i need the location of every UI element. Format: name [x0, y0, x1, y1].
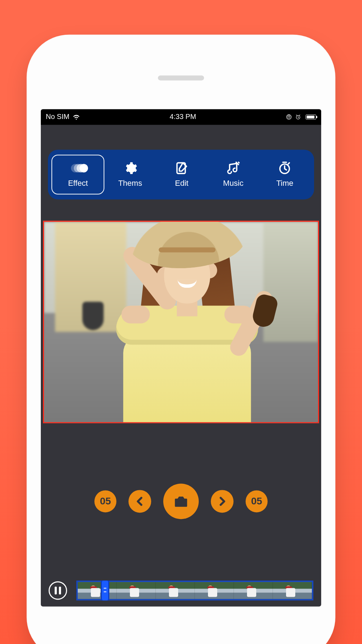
app-screen: No SIM 4:33 PM: [41, 109, 321, 606]
tool-time[interactable]: Time: [259, 155, 311, 194]
left-count-badge[interactable]: 05: [94, 490, 116, 512]
timeline-frame[interactable]: [156, 582, 195, 599]
clock-label: 4:33 PM: [170, 113, 196, 121]
status-bar: No SIM 4:33 PM: [41, 109, 321, 125]
timeline-playhead[interactable]: [101, 580, 109, 600]
battery-icon: [306, 114, 316, 119]
phone-frame: No SIM 4:33 PM: [27, 34, 335, 644]
timer-icon: [278, 161, 292, 175]
effect-icon: [71, 161, 85, 175]
tool-label: Thems: [118, 179, 142, 188]
edit-icon: [175, 161, 189, 175]
timeline-frame[interactable]: [234, 582, 273, 599]
tool-themes[interactable]: Thems: [104, 155, 156, 194]
timeline-track[interactable]: [76, 580, 313, 600]
timeline-frame[interactable]: [117, 582, 156, 599]
timeline-frames: [78, 582, 312, 599]
carrier-label: No SIM: [46, 113, 70, 121]
prev-button[interactable]: [128, 490, 151, 513]
timeline-bar: [41, 574, 321, 606]
tool-music[interactable]: Music: [208, 155, 259, 194]
music-icon: [226, 161, 240, 175]
video-preview[interactable]: [43, 221, 319, 423]
gear-icon: [123, 161, 137, 175]
chevron-right-icon: [216, 495, 228, 507]
tool-label: Effect: [68, 179, 88, 188]
pause-button[interactable]: [49, 581, 67, 600]
tool-label: Music: [223, 179, 243, 188]
tool-label: Time: [276, 179, 293, 188]
svg-point-4: [179, 500, 183, 504]
playback-controls: 05 05: [41, 483, 321, 519]
phone-speaker: [158, 75, 204, 80]
capture-button[interactable]: [163, 483, 199, 519]
alarm-icon: [295, 114, 301, 120]
tool-effect[interactable]: Effect: [51, 155, 104, 194]
camera-icon: [173, 493, 189, 509]
wifi-icon: [72, 114, 80, 120]
chevron-left-icon: [134, 495, 146, 507]
tool-label: Edit: [175, 179, 188, 188]
right-count-badge[interactable]: 05: [246, 490, 268, 512]
editor-toolbar: Effect Thems Edit Music: [48, 150, 314, 199]
timeline-frame[interactable]: [195, 582, 234, 599]
tool-edit[interactable]: Edit: [156, 155, 207, 194]
timeline-frame[interactable]: [273, 582, 312, 599]
preview-subject: [111, 245, 263, 423]
next-button[interactable]: [211, 490, 234, 513]
orientation-lock-icon: [286, 114, 292, 120]
timeline-frame[interactable]: [78, 582, 117, 599]
